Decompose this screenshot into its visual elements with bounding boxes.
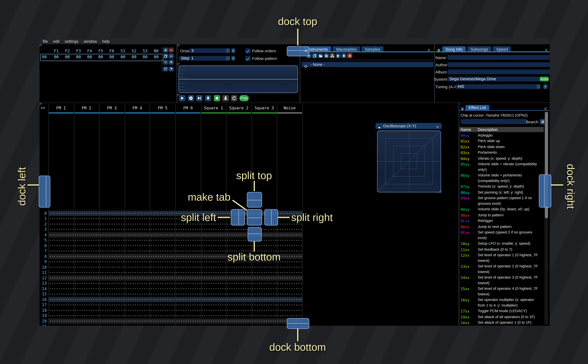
octave-input[interactable]: 3 (189, 48, 228, 53)
orders-cell[interactable]: 00 (62, 55, 73, 59)
orders-cell[interactable]: 00 (95, 55, 106, 59)
metronome-button[interactable] (222, 95, 229, 101)
piano-preview[interactable] (178, 65, 298, 93)
orders-cell[interactable]: 00 (139, 55, 151, 59)
tuning-input[interactable]: 440 (455, 84, 538, 89)
orders-cell[interactable]: 00 (151, 55, 162, 59)
orders-cell[interactable]: 00 (128, 55, 139, 59)
channel-header-fm-4[interactable]: FM 4 (125, 106, 150, 110)
tab-effect-list[interactable]: Effect List (465, 105, 489, 110)
follow-orders-checkbox[interactable] (245, 48, 251, 53)
collapse-icon[interactable] (437, 47, 441, 51)
tab-speed[interactable]: Speed (493, 46, 511, 52)
step-input[interactable]: 1 (189, 56, 228, 61)
orders-cell[interactable]: 00 (106, 55, 117, 59)
order-change-mode-button[interactable] (169, 66, 174, 72)
channel-header-square-3[interactable]: Square 3 (251, 106, 277, 110)
move-instrument-up-button[interactable] (335, 53, 341, 58)
orders-header-F5[interactable]: F5 (95, 49, 106, 53)
channel-header-fm-6[interactable]: FM 6 (175, 106, 201, 110)
orders-header-F1[interactable]: F1 (51, 49, 62, 53)
orders-header-N0[interactable]: N0 (151, 49, 162, 53)
menu-item-edit[interactable]: edit (53, 39, 59, 44)
repeat-pattern-button[interactable] (231, 95, 238, 101)
system-auto-button[interactable]: Auto (540, 77, 549, 82)
orders-cell[interactable]: 00 (73, 55, 84, 59)
orders-cell[interactable]: 00 (51, 55, 62, 59)
octave-decrease-button[interactable]: - (226, 48, 230, 53)
move-instrument-down-button[interactable] (341, 53, 347, 58)
effect-search-input[interactable] (461, 119, 528, 124)
instrument-folders-button[interactable] (330, 53, 335, 58)
channel-header-fm-5[interactable]: FM 5 (150, 106, 175, 110)
tab-instruments[interactable]: Instruments (304, 46, 331, 52)
duplicate-instrument-button[interactable] (312, 53, 317, 58)
name-input[interactable] (447, 55, 550, 60)
duplicate-order-end-button[interactable] (169, 60, 174, 65)
add-order-button[interactable] (163, 47, 168, 52)
channel-expand-button[interactable]: ++ (41, 105, 45, 110)
step-one-row-button[interactable] (205, 95, 211, 101)
orders-cell[interactable]: 00 (117, 55, 128, 59)
album-input[interactable] (447, 69, 550, 74)
splitter[interactable] (300, 44, 300, 103)
orders-header-S1[interactable]: S1 (117, 49, 128, 53)
play-button[interactable] (179, 95, 185, 101)
save-instrument-button[interactable] (324, 53, 329, 58)
menu-item-settings[interactable]: settings (65, 39, 79, 44)
menu-item-file[interactable]: file (43, 39, 48, 44)
channel-header-fm-2[interactable]: FM 2 (74, 106, 99, 110)
channel-header-noise[interactable]: Noise (277, 106, 302, 110)
channel-header-square-1[interactable]: Square 1 (201, 106, 226, 110)
menu-item-help[interactable]: help (102, 39, 110, 44)
tab-song-info[interactable]: Song Info (442, 46, 466, 52)
scrollbar-thumb[interactable] (545, 112, 548, 218)
remove-order-button[interactable] (169, 47, 174, 52)
close-icon[interactable] (543, 105, 548, 110)
menu-item-window[interactable]: window (84, 39, 97, 44)
close-icon[interactable] (544, 47, 548, 51)
open-instrument-button[interactable] (318, 53, 323, 58)
collapse-icon[interactable] (460, 106, 465, 110)
step-decrease-button[interactable]: - (226, 56, 230, 61)
scrollbar-track[interactable] (544, 111, 548, 325)
author-input[interactable] (447, 62, 550, 67)
move-order-up-button[interactable] (169, 54, 174, 59)
duplicate-order-button[interactable] (163, 54, 168, 59)
tab-subsongs[interactable]: Subsongs (467, 46, 491, 52)
delete-instrument-button[interactable] (347, 53, 352, 58)
close-icon[interactable] (436, 124, 440, 128)
splitter[interactable] (40, 103, 550, 103)
channel-header-fm-1[interactable]: FM 1 (48, 106, 74, 110)
orders-header-F4[interactable]: F4 (84, 49, 95, 53)
step-increase-button[interactable]: + (231, 56, 235, 61)
collapse-triangle-icon[interactable] (377, 124, 381, 128)
octave-increase-button[interactable]: + (231, 48, 235, 53)
system-select[interactable]: Sega Genesis/Mega Drive (447, 77, 540, 82)
splitter[interactable] (177, 44, 177, 103)
instrument-list-item[interactable]: - None - (302, 62, 433, 67)
follow-pattern-checkbox[interactable] (245, 56, 251, 61)
channel-header-fm-3[interactable]: FM 3 (99, 106, 125, 110)
orders-header-S3[interactable]: S3 (139, 49, 151, 53)
poly-button[interactable]: Poly (239, 95, 249, 101)
record-button[interactable] (214, 95, 220, 101)
orders-header-F2[interactable]: F2 (62, 49, 73, 53)
orders-header-F3[interactable]: F3 (73, 49, 84, 53)
add-instrument-button[interactable] (306, 53, 311, 58)
deep-clone-order-button[interactable] (163, 66, 168, 72)
orders-header-S2[interactable]: S2 (128, 49, 139, 53)
close-icon[interactable] (427, 47, 431, 51)
move-order-down-button[interactable] (163, 60, 168, 65)
tuning-decrease-button[interactable]: - (536, 84, 541, 89)
splitter[interactable] (434, 44, 435, 103)
oscilloscope-window[interactable]: Oscilloscope (X-Y) (376, 123, 442, 193)
orders-header-F6[interactable]: F6 (106, 49, 117, 53)
play-pattern-button[interactable] (196, 95, 203, 101)
channel-header-square-2[interactable]: Square 2 (226, 106, 251, 110)
resize-grip[interactable] (438, 189, 441, 193)
tab-samples[interactable]: Samples (362, 46, 383, 52)
oscilloscope-titlebar[interactable]: Oscilloscope (X-Y) (376, 123, 442, 129)
tab-wavetables[interactable]: Wavetables (333, 46, 360, 52)
play-from-cursor-button[interactable] (188, 95, 194, 101)
